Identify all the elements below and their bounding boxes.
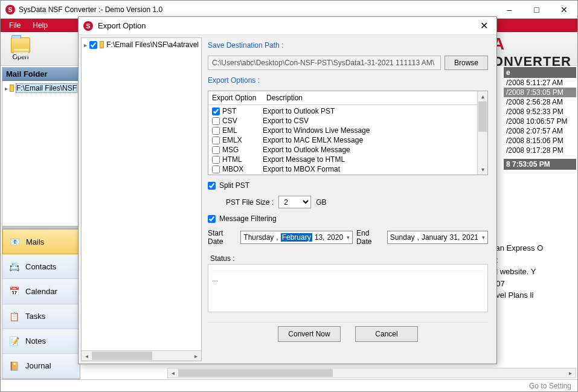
scroll-up-icon[interactable]: ▴ [478,91,488,101]
date-cell-fragment: /2008 2:07:57 AM [504,126,576,136]
destination-path-input[interactable] [208,56,441,70]
export-format-row[interactable]: PSTExport to Outlook PST [208,106,487,116]
export-format-row[interactable]: CSVExport to CSV [208,116,487,126]
nav-contacts[interactable]: 📇 Contacts [2,254,80,279]
start-date-picker[interactable]: Thursday , February 13, 2020 ▾ [240,231,353,244]
nav-label: Contacts [25,262,56,271]
format-name: MBOX [222,165,243,173]
message-filtering-checkbox[interactable] [208,215,216,223]
end-day: 31, [450,233,460,242]
export-option-dialog: S Export Option ✕ ▸ F:\Email Files\NSF\a… [78,16,497,364]
message-list-fragment: e /2008 5:11:27 AM/2008 7:53:05 PM/2008 … [504,67,576,236]
expand-icon[interactable]: ▸ [84,42,87,48]
export-format-row[interactable]: EMLExport to Windows Live Message [208,126,487,135]
format-checkbox[interactable] [212,146,220,154]
close-button[interactable]: ✕ [550,1,577,18]
col-description: Description [263,91,487,104]
menu-file[interactable]: File [3,20,27,31]
nav-label: Journal [25,361,51,370]
nav-tasks[interactable]: 📋 Tasks [2,304,80,329]
browse-button[interactable]: Browse [445,56,488,70]
format-description: Export to MAC EMLX Message [263,136,363,144]
format-checkbox[interactable] [212,156,220,164]
nav-label: Mails [26,237,44,246]
status-label: Status : [210,254,488,263]
start-date-label: Start Date [208,229,237,246]
pst-size-select[interactable]: 2 [278,196,311,208]
date-cell-fragment: /2008 5:11:27 AM [504,78,576,88]
format-checkbox[interactable] [212,165,220,173]
end-dow: Sunday [390,233,415,242]
nav-calendar[interactable]: 📅 Calendar [2,279,80,304]
cancel-button[interactable]: Cancel [355,326,418,342]
format-name: EML [222,126,237,135]
calendar-icon: 📅 [7,284,21,298]
end-year: 2021 [462,233,478,242]
scroll-right-icon[interactable]: ▸ [191,351,201,361]
format-checkbox[interactable] [212,108,220,115]
tree-item-checkbox[interactable] [89,41,97,49]
tree-item[interactable]: ▸ F:\Email Files\NSF\a4atravel [84,40,199,49]
scroll-thumb[interactable] [178,369,333,377]
split-pst-checkbox[interactable] [208,182,216,190]
dialog-close-button[interactable]: ✕ [477,19,492,33]
format-name: EMLX [222,136,242,144]
journal-icon: 📔 [7,359,21,373]
nav-journal[interactable]: 📔 Journal [2,354,80,379]
scroll-left-icon[interactable]: ◂ [168,368,178,378]
export-source-tree[interactable]: ▸ F:\Email Files\NSF\a4atravel ◂ ▸ [81,37,202,361]
folder-icon [10,85,14,92]
export-format-row[interactable]: EMLXExport to MAC EMLX Message [208,135,487,145]
scroll-right-icon[interactable]: ▸ [565,368,576,378]
grid-scrollbar[interactable]: ▴ ▾ [477,91,487,175]
scroll-thumb[interactable] [478,101,487,132]
save-destination-label: Save Destination Path : [208,41,488,50]
content-scrollbar[interactable]: ◂ ▸ [167,368,576,378]
scroll-thumb[interactable] [92,352,152,360]
status-text: ... [212,271,484,283]
start-year: 2020 [327,233,343,242]
window-title: SysData NSF Converter :- Demo Version 1.… [19,5,496,14]
nav-mails[interactable]: 📧 Mails [2,229,80,254]
format-name: PST [222,107,236,115]
export-format-row[interactable]: MBOXExport to MBOX Format [208,164,487,174]
tree-root-item[interactable]: ▸ F:\Email Files\NSF [5,83,77,93]
chevron-down-icon[interactable]: ▾ [482,234,485,240]
col-export-option: Export Option [208,91,263,104]
end-date-label: End Date [356,229,384,246]
export-format-row[interactable]: MSGExport to Outlook Message [208,145,487,155]
dialog-title: Export Option [98,21,477,30]
scroll-down-icon[interactable]: ▾ [478,164,488,175]
pst-size-unit: GB [316,198,326,207]
body-line-fragment: al website. Y [492,266,576,278]
date-cell-fragment: /2008 10:06:57 PM [504,117,576,126]
chevron-down-icon[interactable]: ▾ [347,234,350,240]
go-to-setting-link[interactable]: Go to Setting [529,382,571,390]
format-description: Export to CSV [263,117,309,125]
format-checkbox[interactable] [212,117,220,125]
mail-folder-header: Mail Folder [2,68,80,81]
nav-label: Tasks [25,312,45,321]
start-dow: Thursday [243,233,274,242]
folder-tree[interactable]: ▸ F:\Email Files\NSF [2,81,80,226]
format-checkbox[interactable] [212,137,220,144]
selected-date-header: 8 7:53:05 PM [504,159,576,170]
nav-notes[interactable]: 📝 Notes [2,329,80,354]
menu-help[interactable]: Help [27,20,54,31]
export-format-row[interactable]: HTMLExport Message to HTML [208,155,487,164]
open-button[interactable]: Open [5,37,36,60]
format-checkbox[interactable] [212,127,220,135]
tree-scrollbar[interactable]: ◂ ▸ [82,350,201,361]
minimize-button[interactable]: – [496,1,523,18]
export-format-grid: Export Option Description PSTExport to O… [208,91,488,175]
status-bar: Go to Setting [1,379,577,391]
scroll-left-icon[interactable]: ◂ [82,351,92,361]
export-settings-panel: Save Destination Path : Browse Export Op… [204,35,496,364]
expand-icon[interactable]: ▸ [5,85,8,92]
dialog-logo-icon: S [83,21,93,31]
format-description: Export to Outlook Message [263,146,350,154]
tree-item-label: F:\Email Files\NSF [16,83,77,93]
maximize-button[interactable]: □ [523,1,550,18]
end-date-picker[interactable]: Sunday , January 31, 2021 ▾ [387,231,488,244]
convert-now-button[interactable]: Convert Now [278,326,341,342]
